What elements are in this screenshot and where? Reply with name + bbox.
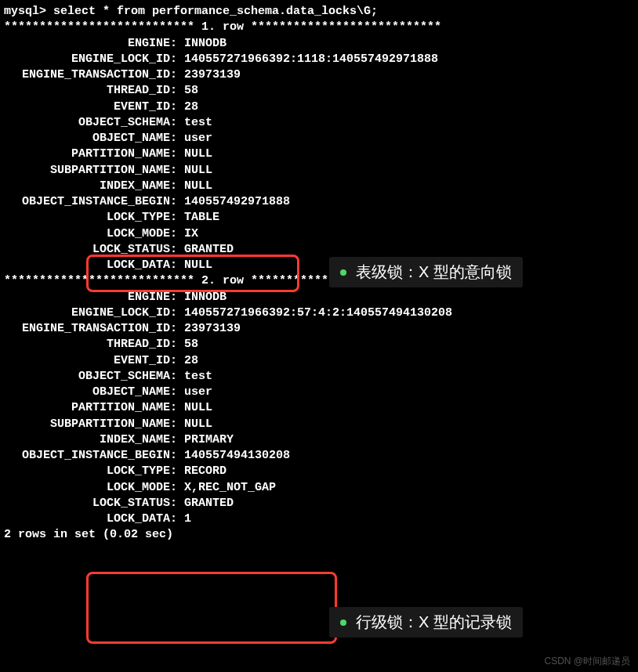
r1-subpartition-name: SUBPARTITION_NAME: NULL [4, 163, 634, 179]
r1-engine-transaction-id: ENGINE_TRANSACTION_ID: 23973139 [4, 67, 634, 83]
r2-event-id: EVENT_ID: 28 [4, 353, 634, 369]
r2-engine-transaction-id: ENGINE_TRANSACTION_ID: 23973139 [4, 321, 634, 337]
r2-engine: ENGINE: INNODB [4, 290, 634, 305]
dot-icon [340, 620, 346, 626]
r2-index-name: INDEX_NAME: PRIMARY [4, 432, 634, 448]
r2-lock-data: LOCK_DATA: 1 [4, 511, 634, 527]
r1-lock-mode: LOCK_MODE: IX [4, 226, 634, 242]
r2-object-name: OBJECT_NAME: user [4, 385, 634, 400]
r1-lock-data: LOCK_DATA: NULL [4, 258, 634, 273]
terminal-output: mysql> select * from performance_schema.… [4, 4, 634, 544]
r2-lock-type: LOCK_TYPE: RECORD [4, 464, 634, 479]
annotation-2: 行级锁：X 型的记录锁 [329, 607, 523, 638]
r2-thread-id: THREAD_ID: 58 [4, 337, 634, 352]
r2-partition-name: PARTITION_NAME: NULL [4, 400, 634, 416]
r2-lock-mode: LOCK_MODE: X,REC_NOT_GAP [4, 480, 634, 496]
r1-lock-status: LOCK_STATUS: GRANTED [4, 242, 634, 258]
watermark: CSDN @时间邮递员 [544, 655, 630, 667]
r1-object-schema: OBJECT_SCHEMA: test [4, 115, 634, 131]
r2-object-instance-begin: OBJECT_INSTANCE_BEGIN: 140557494130208 [4, 448, 634, 464]
annotation-1-text: 表级锁：X 型的意向锁 [356, 262, 512, 283]
r1-engine: ENGINE: INNODB [4, 36, 634, 52]
row1-separator: *************************** 1. row *****… [4, 20, 634, 35]
r1-partition-name: PARTITION_NAME: NULL [4, 146, 634, 162]
r2-engine-lock-id: ENGINE_LOCK_ID: 140557271966392:57:4:2:1… [4, 305, 634, 321]
r1-thread-id: THREAD_ID: 58 [4, 83, 634, 99]
footer-line: 2 rows in set (0.02 sec) [4, 527, 634, 543]
prompt-line: mysql> select * from performance_schema.… [4, 4, 634, 20]
r1-object-name: OBJECT_NAME: user [4, 131, 634, 146]
r1-lock-type: LOCK_TYPE: TABLE [4, 210, 634, 226]
r2-subpartition-name: SUBPARTITION_NAME: NULL [4, 417, 634, 432]
annotation-2-text: 行级锁：X 型的记录锁 [356, 612, 512, 633]
r2-object-schema: OBJECT_SCHEMA: test [4, 369, 634, 385]
row2-separator: *************************** 2. row *****… [4, 273, 634, 289]
r1-event-id: EVENT_ID: 28 [4, 99, 634, 115]
r1-engine-lock-id: ENGINE_LOCK_ID: 140557271966392:1118:140… [4, 52, 634, 67]
highlight-box-2 [86, 572, 337, 644]
dot-icon [340, 269, 346, 276]
r1-index-name: INDEX_NAME: NULL [4, 179, 634, 194]
annotation-1: 表级锁：X 型的意向锁 [329, 257, 523, 287]
r2-lock-status: LOCK_STATUS: GRANTED [4, 496, 634, 511]
r1-object-instance-begin: OBJECT_INSTANCE_BEGIN: 140557492971888 [4, 194, 634, 210]
